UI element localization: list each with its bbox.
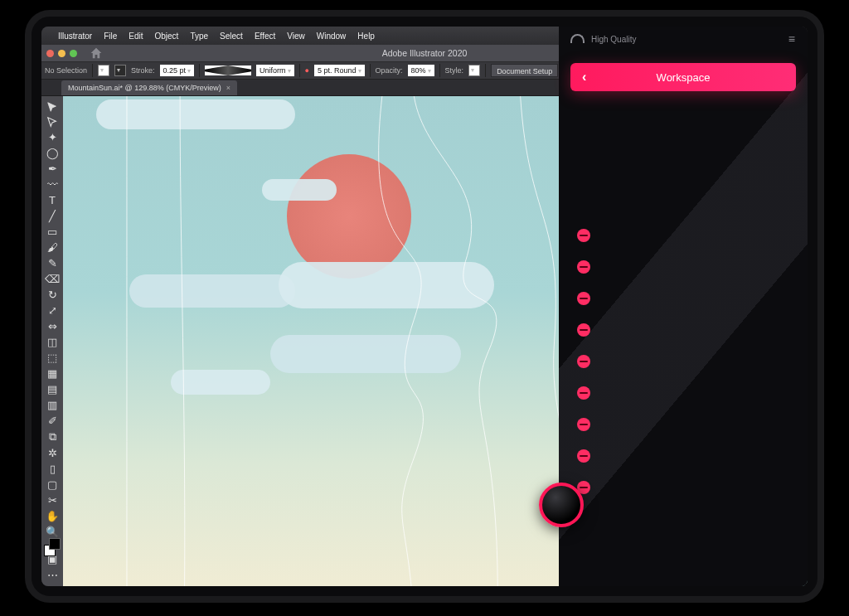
toolbox: ✦ ◯ ✒ 〰 T ╱ ▭ 🖌 ✎ ⌫ ↻ ⤢ ⇔ ◫ ⬚ ▦ ▤ ▥ ✐ ⧉ [41, 96, 63, 586]
opacity-label: Opacity: [376, 66, 403, 75]
edit-toolbar-icon[interactable]: ⋯ [44, 569, 61, 581]
gradient-tool-icon[interactable]: ▥ [44, 399, 61, 411]
stroke-swatch[interactable] [114, 65, 126, 76]
width-tool-icon[interactable]: ⇔ [44, 320, 61, 332]
wifi-icon [570, 34, 585, 45]
rotate-tool-icon[interactable]: ↻ [44, 289, 61, 301]
remove-icon[interactable] [577, 229, 590, 242]
screen: Illustrator File Edit Object Type Select… [41, 27, 808, 586]
shaper-tool-icon[interactable]: ✎ [44, 257, 61, 269]
workspace-button[interactable]: ‹ Workspace [570, 63, 796, 91]
window-controls [46, 50, 77, 57]
menu-object[interactable]: Object [154, 32, 178, 41]
fill-swatch[interactable] [98, 65, 109, 76]
menu-app[interactable]: Illustrator [58, 32, 92, 41]
remove-icon[interactable] [577, 449, 590, 463]
menu-type[interactable]: Type [190, 32, 208, 41]
hand-tool-icon[interactable]: ✋ [44, 510, 61, 522]
remove-icon[interactable] [577, 386, 590, 400]
menu-select[interactable]: Select [220, 32, 243, 41]
remove-icon[interactable] [577, 355, 590, 368]
app-title: Adobe Illustrator 2020 [382, 48, 468, 58]
perspective-tool-icon[interactable]: ▦ [44, 367, 61, 380]
fullscreen-window-icon[interactable] [70, 50, 77, 57]
menu-file[interactable]: File [104, 32, 117, 41]
shape-builder-tool-icon[interactable]: ⬚ [44, 352, 61, 364]
minimize-window-icon[interactable] [58, 50, 65, 57]
menu-effect[interactable]: Effect [255, 32, 275, 41]
direct-selection-tool-icon[interactable] [44, 116, 61, 128]
slice-tool-icon[interactable]: ✂ [44, 494, 61, 507]
home-icon[interactable] [90, 47, 102, 59]
menu-icon[interactable]: ≡ [788, 32, 796, 46]
menu-edit[interactable]: Edit [129, 32, 143, 41]
document-tab[interactable]: MountainSun.ai* @ 129.88% (CMYK/Preview)… [61, 80, 237, 95]
type-tool-icon[interactable]: T [44, 194, 61, 206]
stroke-weight-field[interactable]: 0.25 pt [160, 65, 195, 76]
document-setup-button[interactable]: Document Setup [491, 64, 558, 77]
artboard-tool-icon[interactable]: ▢ [44, 478, 61, 491]
magic-wand-tool-icon[interactable]: ✦ [44, 131, 61, 143]
menu-view[interactable]: View [287, 32, 305, 41]
pen-tool-icon[interactable]: ✒ [44, 162, 61, 175]
style-label: Style: [445, 66, 464, 75]
fill-stroke-icon[interactable] [44, 545, 61, 550]
selection-tool-icon[interactable] [44, 101, 61, 113]
eraser-tool-icon[interactable]: ⌫ [44, 273, 61, 285]
curvature-tool-icon[interactable]: 〰 [44, 178, 61, 191]
close-tab-icon[interactable]: × [226, 84, 230, 92]
column-graph-tool-icon[interactable]: ▯ [44, 463, 61, 475]
scale-tool-icon[interactable]: ⤢ [44, 304, 61, 317]
remove-icon[interactable] [577, 292, 590, 305]
connection-quality: High Quality [591, 35, 636, 44]
stroke-profile-icon[interactable] [205, 65, 251, 75]
paintbrush-tool-icon[interactable]: 🖌 [44, 241, 61, 254]
stroke-profile-select[interactable]: Uniform [256, 65, 294, 76]
control-knob[interactable] [539, 483, 584, 527]
remove-icon[interactable] [577, 418, 590, 431]
free-transform-tool-icon[interactable]: ◫ [44, 336, 61, 348]
remove-icon[interactable] [577, 260, 590, 274]
workspace-button-label: Workspace [657, 71, 711, 84]
remove-icon[interactable] [577, 323, 590, 337]
line-tool-icon[interactable]: ╱ [44, 210, 61, 222]
companion-status-bar: High Quality ≡ [559, 27, 808, 51]
eyedropper-tool-icon[interactable]: ✐ [44, 415, 61, 427]
back-icon[interactable]: ‹ [582, 70, 586, 85]
menu-help[interactable]: Help [357, 32, 375, 41]
style-swatch[interactable] [468, 65, 480, 76]
mesh-tool-icon[interactable]: ▤ [44, 383, 61, 395]
lasso-tool-icon[interactable]: ◯ [44, 147, 61, 159]
blend-tool-icon[interactable]: ⧉ [44, 430, 61, 444]
brush-select[interactable]: 5 pt. Round [314, 65, 365, 76]
menu-window[interactable]: Window [317, 32, 347, 41]
ipad-frame: Illustrator File Edit Object Type Select… [25, 10, 824, 603]
symbol-sprayer-tool-icon[interactable]: ✲ [44, 447, 61, 459]
opacity-field[interactable]: 80% [408, 65, 434, 76]
stroke-label: Stroke: [131, 66, 155, 75]
selection-label: No Selection [45, 66, 87, 75]
companion-panel: High Quality ≡ ‹ Workspace Adobe Illustr… [559, 27, 808, 586]
rectangle-tool-icon[interactable]: ▭ [44, 226, 61, 238]
close-window-icon[interactable] [46, 50, 54, 57]
document-tab-label: MountainSun.ai* @ 129.88% (CMYK/Preview) [68, 84, 221, 92]
zoom-tool-icon[interactable]: 🔍 [44, 526, 61, 538]
